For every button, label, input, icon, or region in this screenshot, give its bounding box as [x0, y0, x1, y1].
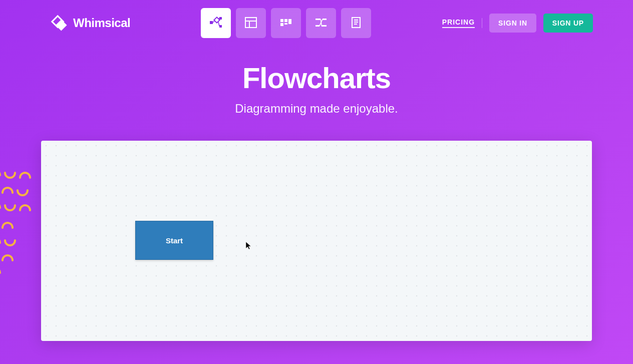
svg-rect-21	[322, 25, 327, 27]
tab-wireframes[interactable]	[236, 8, 266, 38]
decorative-squiggles	[0, 170, 45, 282]
svg-rect-4	[219, 17, 222, 20]
pricing-link[interactable]: PRICING	[442, 18, 475, 28]
svg-rect-19	[323, 19, 327, 20]
auth-actions: PRICING SIGN IN SIGN UP	[442, 14, 593, 33]
auth-divider	[482, 18, 482, 28]
svg-rect-20	[315, 25, 320, 27]
docs-icon	[349, 15, 364, 32]
svg-rect-13	[284, 19, 287, 22]
start-node-label: Start	[166, 236, 183, 245]
site-header: Whimsical	[0, 0, 633, 46]
svg-rect-2	[210, 21, 213, 24]
svg-rect-18	[315, 19, 321, 20]
tab-sticky-notes[interactable]	[271, 8, 301, 38]
hero-section: Flowcharts Diagramming made enjoyable.	[0, 61, 633, 116]
page-subtitle: Diagramming made enjoyable.	[0, 102, 633, 116]
start-node[interactable]: Start	[135, 221, 213, 260]
svg-rect-12	[280, 19, 283, 22]
svg-rect-15	[280, 23, 283, 26]
brand-logo[interactable]: Whimsical	[50, 14, 130, 32]
sign-up-button[interactable]: SIGN UP	[543, 14, 593, 33]
flowchart-icon	[208, 15, 223, 32]
cursor-icon	[245, 241, 252, 252]
svg-rect-5	[219, 25, 222, 28]
svg-rect-9	[245, 18, 256, 28]
whimsical-logo-icon	[50, 14, 68, 32]
tool-switcher	[201, 8, 371, 38]
sign-in-button[interactable]: SIGN IN	[489, 14, 536, 33]
svg-rect-1	[56, 20, 67, 31]
svg-rect-17	[288, 21, 291, 24]
tab-flowcharts[interactable]	[201, 8, 231, 38]
svg-line-6	[213, 21, 214, 23]
mind-maps-icon	[313, 15, 329, 32]
brand-name: Whimsical	[73, 16, 130, 30]
wireframes-icon	[243, 15, 258, 32]
sticky-notes-icon	[278, 15, 293, 32]
tab-mind-maps[interactable]	[306, 8, 336, 38]
tab-docs[interactable]	[341, 8, 371, 38]
svg-line-8	[218, 22, 219, 26]
flowchart-canvas[interactable]: Start	[41, 141, 592, 341]
svg-rect-16	[284, 23, 287, 25]
page-title: Flowcharts	[0, 61, 633, 95]
